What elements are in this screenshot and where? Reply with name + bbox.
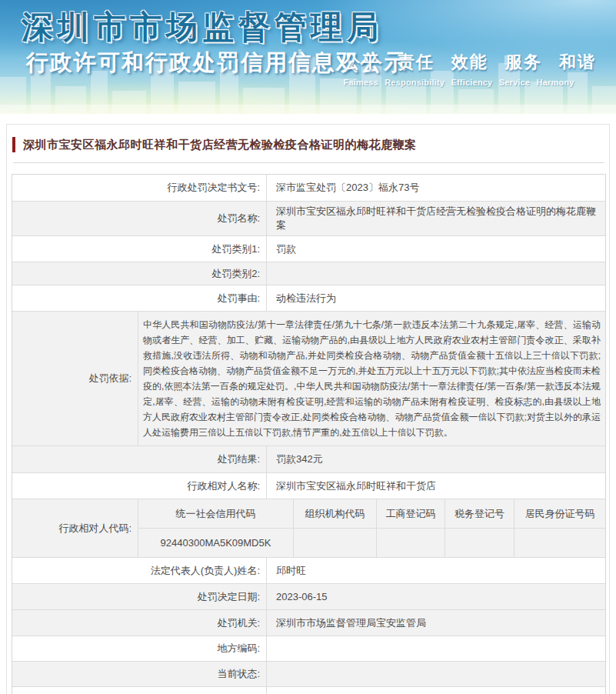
- table-row-penalty-basis: 处罚依据: 中华人民共和国动物防疫法/第十一章法律责任/第九十七条/第一款违反本…: [12, 312, 605, 446]
- table-row-penalty-name: 处罚名称: 深圳市宝安区福永邱时旺祥和干货店经营无检验检疫合格证明的梅花鹿鞭案: [12, 202, 605, 236]
- subtable-header-org-code: 组织机构代码: [294, 499, 377, 529]
- subtable-header-business-reg: 工商登记码: [377, 499, 445, 529]
- penalty-info-table: 行政处罚决定书文号: 深市监宝处罚〔2023〕福永73号 处罚名称: 深圳市宝安…: [12, 174, 606, 694]
- row-value: [267, 636, 605, 661]
- page-title-text: 深圳市宝安区福永邱时旺祥和干货店经营无检验检疫合格证明的梅花鹿鞭案: [23, 138, 417, 152]
- row-value: 深圳市宝安区福永邱时旺祥和干货店: [267, 473, 605, 499]
- row-label: 行政处罚决定书文号:: [12, 175, 267, 201]
- subtable-header-id-number: 居民身份证号码: [514, 499, 605, 529]
- subtable-value-tax-reg: [445, 529, 514, 557]
- row-label: 处罚类别1:: [12, 236, 267, 262]
- table-row-penalty-reason: 处罚事由: 动检违法行为: [12, 285, 605, 312]
- row-value: 动检违法行为: [267, 285, 605, 311]
- slogan-block: 公平 责任 效能 服务 和谐 Faimess Responsibility Ef…: [344, 51, 596, 87]
- table-row-remarks: 备注: [12, 687, 605, 694]
- page-title: 深圳市宝安区福永邱时旺祥和干货店经营无检验检疫合格证明的梅花鹿鞭案: [12, 137, 605, 152]
- row-label: 备注: [12, 687, 267, 694]
- table-row-party-name: 行政相对人名称: 深圳市宝安区福永邱时旺祥和干货店: [12, 473, 605, 499]
- row-value: 2023-06-15: [267, 584, 605, 609]
- row-value: 中华人民共和国动物防疫法/第十一章法律责任/第九十七条/第一款违反本法第二十九条…: [138, 312, 605, 445]
- table-row-legal-rep: 法定代表人(负责人)姓名: 邱时旺: [12, 558, 605, 584]
- title-divider: [13, 162, 604, 163]
- row-label: 行政相对人代码:: [12, 499, 138, 557]
- row-value: 罚款342元: [267, 446, 605, 472]
- row-value: 深市监宝处罚〔2023〕福永73号: [267, 175, 605, 201]
- subtable-value-org-code: [294, 529, 377, 557]
- table-row-penalty-type-1: 处罚类别1: 罚款: [12, 236, 605, 262]
- row-value: 罚款: [267, 236, 605, 262]
- row-label: 处罚类别2:: [12, 262, 267, 285]
- row-label: 处罚依据:: [12, 312, 138, 445]
- title-accent-bar: [12, 137, 15, 152]
- row-label: 处罚事由:: [12, 285, 267, 311]
- subtable-value-id-number: [514, 529, 605, 557]
- row-label: 处罚机关:: [12, 610, 267, 636]
- table-row-decision-date: 处罚决定日期: 2023-06-15: [12, 584, 605, 610]
- row-label: 法定代表人(负责人)姓名:: [12, 558, 267, 583]
- row-value: [267, 262, 605, 285]
- row-label: 处罚结果:: [12, 446, 267, 472]
- table-row-current-status: 当前状态:: [12, 662, 605, 687]
- row-value: [267, 662, 605, 686]
- org-title: 深圳市市场监督管理局: [22, 6, 383, 48]
- table-row-penalty-result: 处罚结果: 罚款342元: [12, 446, 605, 473]
- article-header: 深圳市宝安区福永邱时旺祥和干货店经营无检验检疫合格证明的梅花鹿鞭案: [11, 132, 605, 163]
- table-row-local-code: 地方编码:: [12, 636, 605, 662]
- content-card: 深圳市宝安区福永邱时旺祥和干货店经营无检验检疫合格证明的梅花鹿鞭案 行政处罚决定…: [6, 124, 610, 694]
- row-value: 邱时旺: [267, 558, 605, 583]
- row-label: 行政相对人名称:: [12, 473, 267, 499]
- row-label: 地方编码:: [12, 636, 267, 661]
- row-label: 处罚名称:: [12, 202, 267, 235]
- subtable-header-credit-code: 统一社会信用代码: [138, 499, 294, 529]
- table-row-penalty-authority: 处罚机关: 深圳市市场监督管理局宝安监管局: [12, 610, 605, 636]
- party-code-subtable: 统一社会信用代码 组织机构代码 工商登记码 税务登记号 居民身份证号码 9244…: [138, 499, 605, 557]
- slogan-english: Faimess Responsibility Efficiency Servic…: [344, 78, 596, 87]
- row-value: [267, 687, 605, 694]
- table-row-party-codes: 行政相对人代码: 统一社会信用代码 组织机构代码 工商登记码 税务登记号 居民身…: [12, 499, 605, 558]
- table-row-penalty-type-2: 处罚类别2:: [12, 262, 605, 285]
- row-label: 处罚决定日期:: [12, 584, 267, 609]
- slogan-chinese: 公平 责任 效能 服务 和谐: [344, 51, 596, 74]
- row-value: 深圳市市场监督管理局宝安监管局: [267, 610, 605, 636]
- row-label: 当前状态:: [12, 662, 267, 686]
- subtable-header-tax-reg: 税务登记号: [445, 499, 514, 529]
- row-value: 深圳市宝安区福永邱时旺祥和干货店经营无检验检疫合格证明的梅花鹿鞭案: [267, 202, 605, 235]
- subtable-value-credit-code: 92440300MA5K09MD5K: [138, 529, 294, 557]
- site-banner: 深圳市市场监督管理局 行政许可和行政处罚信用信息双公示 公平 责任 效能 服务 …: [0, 0, 616, 114]
- table-row-doc-number: 行政处罚决定书文号: 深市监宝处罚〔2023〕福永73号: [12, 175, 605, 202]
- subtable-value-business-reg: [377, 529, 445, 557]
